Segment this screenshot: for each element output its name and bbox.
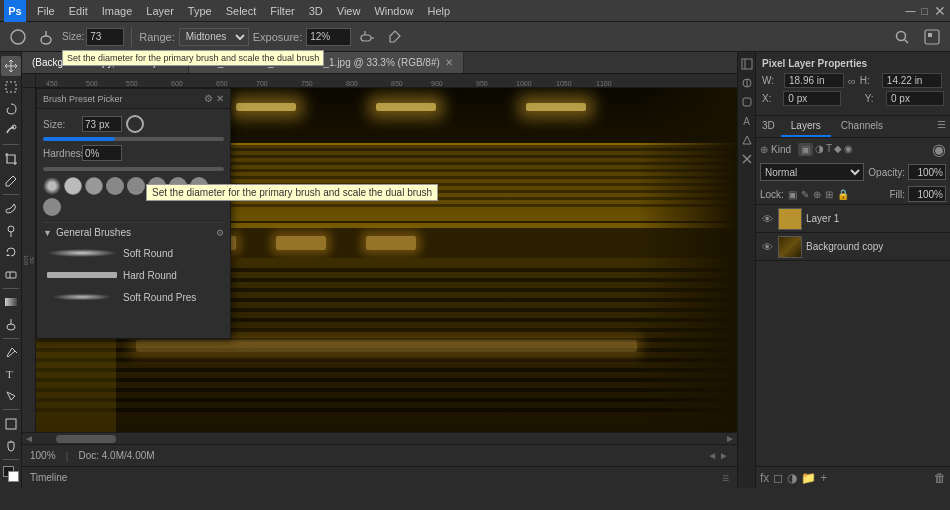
layer-mode-select[interactable]: Normal Multiply Screen Overlay (760, 163, 864, 181)
lock-all-icon[interactable]: 🔒 (837, 189, 849, 200)
path-selection-tool[interactable] (1, 386, 21, 406)
opacity-input[interactable] (908, 164, 946, 180)
search-icon[interactable] (890, 25, 914, 49)
brush-dot-9[interactable] (43, 198, 61, 216)
range-select[interactable]: Midtones Shadows Highlights (179, 28, 249, 46)
airbrush-icon[interactable] (355, 25, 379, 49)
brush-size-input[interactable] (82, 116, 122, 132)
brush-tool[interactable] (1, 199, 21, 219)
filter-adjust-icon[interactable]: ◑ (815, 143, 824, 156)
tab-close-1[interactable]: ✕ (445, 57, 453, 68)
scroll-left-arrow[interactable]: ◄ (22, 433, 36, 444)
panel-menu-icon[interactable]: ☰ (933, 116, 950, 137)
hardness-input[interactable] (82, 145, 122, 161)
tab-layers[interactable]: Layers (781, 116, 831, 137)
right-tool-3[interactable] (739, 94, 755, 110)
layer-add-icon[interactable]: + (820, 471, 827, 485)
preset-hard-round[interactable]: Hard Round (43, 264, 224, 286)
filter-shape-icon[interactable]: ◆ (834, 143, 842, 156)
lock-paint-icon[interactable]: ✎ (801, 189, 809, 200)
size-input[interactable] (86, 28, 124, 46)
scrollbar-horizontal[interactable]: ◄ ► (22, 432, 737, 444)
layer-group-icon[interactable]: 📁 (801, 471, 816, 485)
right-tool-2[interactable] (739, 75, 755, 91)
tab-3d[interactable]: 3D (756, 116, 781, 137)
lasso-tool[interactable] (1, 99, 21, 119)
shape-tool[interactable] (1, 414, 21, 434)
eyedropper-tool[interactable] (1, 171, 21, 191)
marquee-tool[interactable] (1, 78, 21, 98)
layer-delete-icon[interactable]: 🗑 (934, 471, 946, 485)
menu-select[interactable]: Select (219, 3, 264, 19)
menu-3d[interactable]: 3D (302, 3, 330, 19)
right-tool-4[interactable]: A (739, 113, 755, 129)
fill-input[interactable] (908, 186, 946, 202)
layer-item-1[interactable]: 👁 Layer 1 (756, 205, 950, 233)
scroll-thumb-h[interactable] (56, 435, 116, 443)
layer-visibility-toggle[interactable]: ◉ (932, 140, 946, 159)
brush-dot-2[interactable] (64, 177, 82, 195)
restore-button[interactable]: □ (921, 5, 928, 17)
layer-bg-visibility[interactable]: 👁 (760, 240, 774, 254)
lock-artboard-icon[interactable]: ⊞ (825, 189, 833, 200)
preset-arrow[interactable]: ▼ (43, 228, 52, 238)
brush-dot-1[interactable] (43, 177, 61, 195)
brush-panel-settings[interactable]: ⚙ (204, 93, 213, 104)
menu-filter[interactable]: Filter (263, 3, 301, 19)
scroll-right-arrow[interactable]: ► (723, 433, 737, 444)
eraser-tool[interactable] (1, 264, 21, 284)
menu-image[interactable]: Image (95, 3, 140, 19)
layer-mask-icon[interactable]: ◻ (773, 471, 783, 485)
timeline-collapse-icon[interactable]: ≡ (722, 471, 729, 485)
right-tool-5[interactable] (739, 132, 755, 148)
canvas-view[interactable]: Brush Preset Picker ⚙ ✕ Size: (36, 88, 737, 432)
menu-window[interactable]: Window (367, 3, 420, 19)
filter-type-icon[interactable]: T (826, 143, 832, 156)
close-button[interactable]: ✕ (934, 3, 946, 19)
brush-panel-close[interactable]: ✕ (216, 93, 224, 104)
menu-view[interactable]: View (330, 3, 368, 19)
status-left-arrow[interactable]: ◄ (707, 450, 717, 461)
brush-dot-5[interactable] (127, 177, 145, 195)
menu-edit[interactable]: Edit (62, 3, 95, 19)
menu-layer[interactable]: Layer (139, 3, 181, 19)
history-brush-tool[interactable] (1, 242, 21, 262)
right-tool-6[interactable] (739, 151, 755, 167)
pen-tool[interactable] (1, 343, 21, 363)
foreground-color[interactable] (3, 466, 19, 482)
crop-tool[interactable] (1, 149, 21, 169)
gradient-tool[interactable] (1, 293, 21, 313)
hand-tool[interactable] (1, 436, 21, 456)
brush-dot-3[interactable] (85, 177, 103, 195)
filter-pixel-icon[interactable]: ▣ (798, 143, 813, 156)
lock-position-icon[interactable]: ⊕ (813, 189, 821, 200)
clone-stamp-tool[interactable] (1, 221, 21, 241)
minimize-button[interactable]: ─ (905, 3, 915, 19)
menu-file[interactable]: File (30, 3, 62, 19)
menu-help[interactable]: Help (421, 3, 458, 19)
status-right-arrow[interactable]: ► (719, 450, 729, 461)
lock-transparency-icon[interactable]: ▣ (788, 189, 797, 200)
move-tool[interactable] (1, 56, 21, 76)
dodge-tool[interactable] (1, 314, 21, 334)
sample-icon[interactable] (383, 25, 407, 49)
preset-soft-round[interactable]: Soft Round (43, 242, 224, 264)
zoom-icon[interactable] (920, 25, 944, 49)
brush-icon[interactable] (6, 25, 30, 49)
brush-dot-4[interactable] (106, 177, 124, 195)
link-icon[interactable]: ∞ (848, 75, 856, 87)
exposure-input[interactable] (306, 28, 351, 46)
layer-1-visibility[interactable]: 👁 (760, 212, 774, 226)
layer-fx-icon[interactable]: fx (760, 471, 769, 485)
tab-channels[interactable]: Channels (831, 116, 893, 137)
layer-adjust-icon[interactable]: ◑ (787, 471, 797, 485)
quick-select-tool[interactable] (1, 121, 21, 141)
preset-soft-round-pres[interactable]: Soft Round Pres (43, 286, 224, 308)
brush-size-slider[interactable] (43, 137, 224, 141)
menu-type[interactable]: Type (181, 3, 219, 19)
preset-settings-icon[interactable]: ⚙ (216, 228, 224, 238)
text-tool[interactable]: T (1, 364, 21, 384)
right-tool-1[interactable] (739, 56, 755, 72)
layer-item-bg-copy[interactable]: 👁 Background copy (756, 233, 950, 261)
dodge-icon[interactable] (34, 25, 58, 49)
